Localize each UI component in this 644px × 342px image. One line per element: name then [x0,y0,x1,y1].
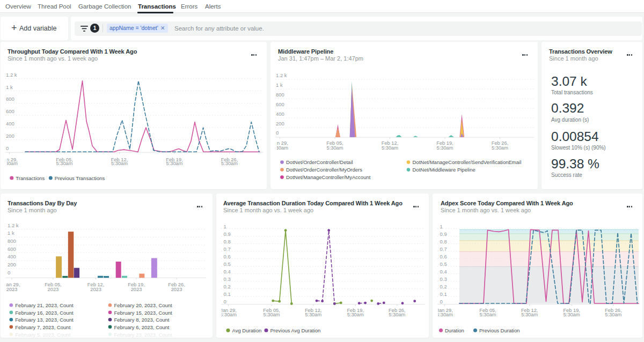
svg-text:0.2: 0.2 [440,284,447,289]
svg-text:5:30am: 5:30am [480,312,496,317]
svg-text:0.9: 0.9 [224,231,231,237]
svg-text:5:30am: 5:30am [326,145,343,151]
svg-text:0.1: 0.1 [224,291,231,297]
svg-text:0.8: 0.8 [224,239,231,244]
svg-text:5:30am: 5:30am [347,312,364,317]
svg-text:800: 800 [6,96,14,102]
svg-text:0.4: 0.4 [224,269,231,274]
svg-text:5:30am: 5:30am [436,312,453,317]
svg-text:February 16, 2023, Count: February 16, 2023, Count [15,310,74,316]
svg-text:5:30am: 5:30am [220,312,237,317]
svg-text:February 5, 2023, Count: February 5, 2023, Count [15,332,70,338]
svg-text:5:30am: 5:30am [564,312,580,317]
svg-text:Transactions: Transactions [16,175,45,181]
svg-text:0.3: 0.3 [224,276,231,282]
svg-text:Duration: Duration [445,328,464,333]
svg-text:5:30am: 5:30am [605,312,621,317]
svg-text:DotNet/Middleware Pipeline: DotNet/Middleware Pipeline [413,167,475,173]
svg-text:February 7, 2023, Count: February 7, 2023, Count [15,324,70,330]
svg-text:February 13, 2023, Count: February 13, 2023, Count [15,317,74,323]
svg-text:Avg Duration: Avg Duration [232,328,262,333]
svg-text:1.2 k: 1.2 k [8,222,19,228]
svg-text:2023: 2023 [171,287,182,292]
svg-text:DotNet/ManageController/MyAcco: DotNet/ManageController/MyAccount [286,174,371,180]
svg-text:2023: 2023 [6,287,18,292]
svg-text:200: 200 [276,121,284,127]
svg-text:1: 1 [440,224,443,229]
svg-text:2023: 2023 [48,287,59,292]
svg-text:0.8: 0.8 [440,239,447,244]
svg-text:0: 0 [440,299,443,304]
svg-text:600: 600 [8,246,16,252]
svg-text:DotNet/OrderController/Detail: DotNet/OrderController/Detail [286,159,353,165]
svg-text:5:30am: 5:30am [166,161,182,166]
svg-text:February 6, 2023, Count: February 6, 2023, Count [114,324,170,330]
svg-text:0: 0 [224,299,226,304]
svg-text:0: 0 [276,130,279,136]
svg-text:1 k: 1 k [8,230,14,236]
svg-text:Previous Avg Duration: Previous Avg Duration [270,328,321,333]
svg-text:0.2: 0.2 [224,284,231,289]
svg-text:600: 600 [276,101,284,107]
svg-text:1 k: 1 k [276,82,283,88]
svg-text:2023: 2023 [90,287,101,292]
svg-text:5:30am: 5:30am [436,145,453,151]
svg-text:5:30am: 5:30am [1,161,18,166]
svg-text:5:30am: 5:30am [221,161,238,166]
svg-text:5:30am: 5:30am [56,161,72,166]
svg-text:200: 200 [6,133,14,139]
svg-text:5:30am: 5:30am [305,312,321,317]
svg-text:February 15, 2023, Count: February 15, 2023, Count [114,310,173,316]
svg-text:0.6: 0.6 [224,254,231,259]
svg-text:Previous Duration: Previous Duration [479,328,520,333]
svg-text:200: 200 [8,262,16,267]
svg-text:5:30am: 5:30am [111,161,128,166]
svg-text:0: 0 [6,145,9,151]
svg-text:1.2 k: 1.2 k [6,72,17,78]
svg-text:0.9: 0.9 [440,231,447,237]
svg-text:5:30am: 5:30am [382,145,398,151]
svg-text:800: 800 [276,92,284,98]
svg-text:Previous Transactions: Previous Transactions [55,175,105,181]
svg-text:0: 0 [8,270,10,276]
svg-text:February 20, 2023, Count: February 20, 2023, Count [114,302,173,308]
svg-text:0.5: 0.5 [224,261,231,267]
svg-text:0.3: 0.3 [440,276,447,282]
svg-text:0.5: 0.5 [440,261,447,267]
svg-text:February 8, 2023, Count: February 8, 2023, Count [114,317,170,323]
svg-text:400: 400 [276,111,284,117]
svg-text:5:30am: 5:30am [264,312,280,317]
svg-text:600: 600 [6,108,14,114]
svg-text:February 23, 2023, Count: February 23, 2023, Count [114,332,173,338]
svg-text:5:30am: 5:30am [389,312,405,317]
svg-text:1 k: 1 k [6,84,13,90]
svg-text:400: 400 [6,121,14,127]
svg-text:5:30am: 5:30am [272,145,288,151]
svg-text:1: 1 [224,224,226,229]
svg-text:0.7: 0.7 [440,246,447,252]
svg-text:0.4: 0.4 [440,269,447,274]
svg-text:0.7: 0.7 [224,246,231,252]
svg-text:800: 800 [8,238,16,244]
svg-text:2023: 2023 [131,287,142,292]
svg-text:400: 400 [8,254,16,259]
svg-text:5:30am: 5:30am [492,145,508,151]
svg-text:1.2 k: 1.2 k [276,72,287,78]
svg-text:5:30am: 5:30am [521,312,538,317]
svg-text:0.1: 0.1 [440,291,447,297]
svg-text:DotNet/ManageController/SendVe: DotNet/ManageController/SendVerification… [413,159,522,165]
svg-text:0.6: 0.6 [440,254,447,259]
svg-text:DotNet/OrderController/MyOrder: DotNet/OrderController/MyOrders [286,167,362,173]
svg-text:February 21, 2023, Count: February 21, 2023, Count [15,302,74,308]
